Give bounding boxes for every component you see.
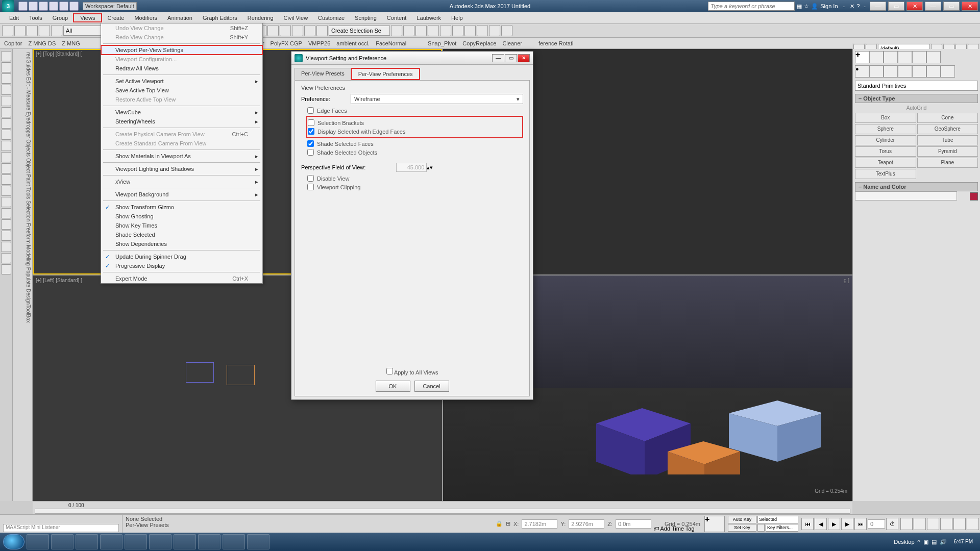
- chk-edge-faces[interactable]: Edge Faces: [307, 107, 523, 114]
- chk-shade-selected-objects[interactable]: Shade Selected Objects: [307, 149, 523, 156]
- cancel-button[interactable]: Cancel: [414, 381, 449, 392]
- prim-sphere[interactable]: Sphere: [855, 124, 916, 134]
- x-input[interactable]: [522, 519, 557, 529]
- max-button[interactable]: ▭: [888, 2, 904, 11]
- manip-icon[interactable]: [267, 25, 279, 36]
- prim-pyramid[interactable]: Pyramid: [917, 146, 978, 157]
- z-input[interactable]: [616, 519, 651, 529]
- lb-icon[interactable]: [1, 264, 11, 274]
- menu-item[interactable]: Save Active Top View: [101, 86, 262, 95]
- menu-help[interactable]: Help: [446, 13, 468, 22]
- menu-item[interactable]: Viewport Background: [101, 190, 262, 199]
- schematic-icon[interactable]: [452, 25, 463, 36]
- prev-frame-icon[interactable]: ◀: [815, 518, 827, 530]
- lb-icon[interactable]: [1, 141, 11, 151]
- prim-geosphere[interactable]: GeoSphere: [917, 124, 978, 134]
- task-chrome[interactable]: [174, 534, 196, 549]
- pan-icon[interactable]: [900, 518, 913, 530]
- lb-icon[interactable]: [1, 231, 11, 241]
- percent-snap-icon[interactable]: [304, 25, 315, 36]
- hierarchy-tab-icon[interactable]: [884, 51, 898, 63]
- utilities-tab-icon[interactable]: [926, 51, 941, 63]
- menu-graph-editors[interactable]: Graph Editors: [198, 13, 242, 22]
- link-icon[interactable]: [27, 25, 38, 36]
- object-color-swatch[interactable]: [970, 192, 978, 201]
- spacewarps-tab-icon[interactable]: [926, 65, 941, 78]
- network-icon[interactable]: ▤: [932, 539, 937, 545]
- menu-views[interactable]: Views: [73, 13, 102, 22]
- prim-textplus[interactable]: TextPlus: [855, 169, 916, 179]
- layer-icon[interactable]: [415, 25, 427, 36]
- preference-combo[interactable]: Wireframe ▾: [351, 94, 523, 104]
- lb-icon[interactable]: [1, 253, 11, 263]
- menu-scripting[interactable]: Scripting: [350, 13, 382, 22]
- lb-icon[interactable]: [1, 186, 11, 196]
- display-tab-icon[interactable]: [912, 51, 926, 63]
- shelf-item[interactable]: VMPP26: [308, 40, 330, 46]
- clock[interactable]: 6:47 PM: [950, 538, 977, 545]
- menu-item[interactable]: SteeringWheels: [101, 117, 262, 126]
- bind-icon[interactable]: [51, 25, 62, 36]
- keymode-combo[interactable]: Selected: [757, 516, 798, 523]
- tab-per-view-preferences[interactable]: Per-View Preferences: [351, 68, 420, 80]
- unlink-icon[interactable]: [39, 25, 50, 36]
- dialog-close-button[interactable]: ✕: [518, 54, 530, 62]
- task-app2[interactable]: [223, 534, 245, 549]
- play-icon[interactable]: ▶: [828, 518, 840, 530]
- lock-icon[interactable]: 🔒: [496, 520, 503, 527]
- name-color-rollout[interactable]: Name and Color: [855, 182, 978, 191]
- next-frame-icon[interactable]: ▶: [841, 518, 853, 530]
- qa-project-icon[interactable]: [69, 2, 79, 11]
- shelf-item[interactable]: Copitor: [4, 40, 22, 46]
- task-ie[interactable]: [51, 534, 74, 549]
- primitive-category[interactable]: Standard Primitives: [855, 81, 978, 91]
- apply-all-checkbox[interactable]: Apply to All Views: [386, 368, 438, 375]
- layer-explorer-icon[interactable]: [428, 25, 439, 36]
- close-button[interactable]: ✕: [906, 2, 923, 11]
- time-slider[interactable]: 0 / 100: [33, 501, 852, 514]
- lb-icon[interactable]: [1, 85, 11, 95]
- spinner-snap-icon[interactable]: [316, 25, 328, 36]
- chevron-up-icon[interactable]: ^: [918, 539, 920, 545]
- star-icon[interactable]: ☆: [804, 3, 809, 10]
- menu-group[interactable]: Group: [47, 13, 74, 22]
- menu-item[interactable]: Shade Selected: [101, 230, 262, 239]
- geometry-tab-icon[interactable]: ●: [855, 65, 869, 78]
- motion-tab-icon[interactable]: [898, 51, 912, 63]
- create-tab-icon[interactable]: ✚: [855, 51, 869, 63]
- prim-cone[interactable]: Cone: [917, 113, 978, 123]
- goto-start-icon[interactable]: ⏮: [801, 518, 814, 530]
- prim-tube[interactable]: Tube: [917, 135, 978, 145]
- menu-create[interactable]: Create: [102, 13, 129, 22]
- align-icon[interactable]: [403, 25, 414, 36]
- orbit-icon[interactable]: [953, 518, 966, 530]
- start-button[interactable]: [3, 534, 24, 549]
- shelf-item[interactable]: ference Rotati: [538, 40, 573, 46]
- dialog-max-button[interactable]: ▭: [505, 54, 517, 62]
- menu-content[interactable]: Content: [382, 13, 412, 22]
- shelf-item[interactable]: FaceNormal: [376, 40, 406, 46]
- qa-save-icon[interactable]: [39, 2, 48, 11]
- tab-per-view-presets[interactable]: Per-View Presets: [295, 68, 351, 80]
- mirror-icon[interactable]: [391, 25, 402, 36]
- close2-button[interactable]: ✕: [962, 2, 978, 11]
- lb-icon[interactable]: [1, 163, 11, 173]
- menu-edit[interactable]: Edit: [4, 13, 24, 22]
- lb-icon[interactable]: [1, 51, 11, 61]
- lb-icon[interactable]: [1, 208, 11, 218]
- lb-icon[interactable]: [1, 242, 11, 252]
- qa-open-icon[interactable]: [29, 2, 38, 11]
- setkey-button[interactable]: Set Key: [728, 524, 756, 532]
- material-editor-icon[interactable]: [464, 25, 476, 36]
- timetag[interactable]: 🏷 Add Time Tag: [653, 525, 695, 532]
- lb-icon[interactable]: [1, 96, 11, 106]
- coord-mode-icon[interactable]: ⊞: [506, 520, 510, 527]
- autogrid-checkbox[interactable]: AutoGrid: [855, 105, 978, 111]
- undo-icon[interactable]: [2, 25, 13, 36]
- lb-icon[interactable]: [1, 118, 11, 129]
- menu-item[interactable]: Redraw All Views: [101, 64, 262, 73]
- menu-customize[interactable]: Customize: [313, 13, 350, 22]
- shelf-item[interactable]: Snap_Pivot: [428, 40, 456, 46]
- maxscript-listener-input[interactable]: MAXScript Mini Listener: [3, 524, 119, 532]
- viewport-label[interactable]: [+] [Top] [Standard] [: [36, 51, 82, 57]
